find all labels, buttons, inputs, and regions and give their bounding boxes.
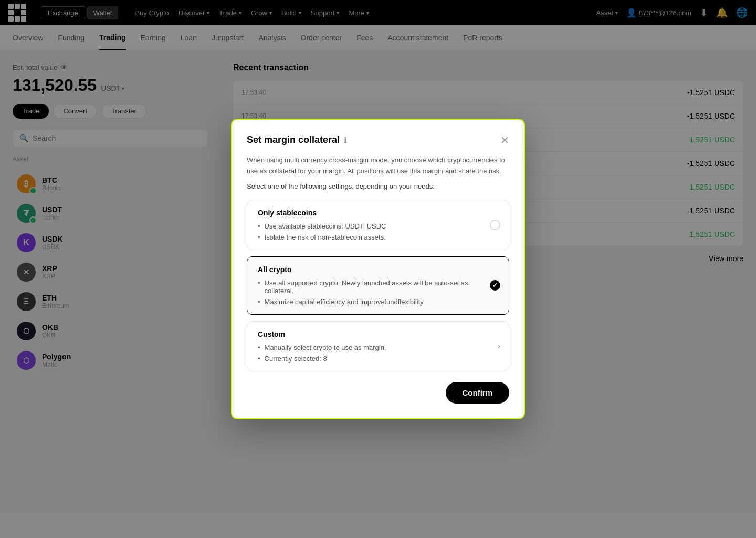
option-allcrypto[interactable]: All crypto •Use all supported crypto. Ne… <box>247 256 509 315</box>
option-custom-title: Custom <box>258 330 498 338</box>
option-custom[interactable]: Custom •Manually select crypto to use as… <box>247 321 509 371</box>
option-allcrypto-bullet-1: •Use all supported crypto. Newly launche… <box>258 279 498 295</box>
option-stablecoins[interactable]: Only stablecoins •Use available stableco… <box>247 200 509 250</box>
confirm-button[interactable]: Confirm <box>446 382 510 404</box>
option-custom-bullet-1: •Manually select crypto to use as margin… <box>258 344 498 351</box>
option-custom-bullet-2: •Currently selected: 8 <box>258 355 498 363</box>
option-allcrypto-title: All crypto <box>258 265 498 274</box>
radio-allcrypto[interactable]: ✓ <box>490 280 500 291</box>
modal-desc-2: Select one of the following settings, de… <box>247 182 509 190</box>
modal-title: Set margin collateral ℹ <box>247 134 346 146</box>
option-stablecoins-title: Only stablecoins <box>258 209 498 217</box>
option-allcrypto-bullet-2: •Maximize capital efficiency and improve… <box>258 298 498 306</box>
modal-header: Set margin collateral ℹ ✕ <box>247 134 509 146</box>
info-icon: ℹ <box>344 136 346 144</box>
chevron-right-icon: › <box>498 342 500 351</box>
option-stablecoins-bullet-1: •Use available stablecoins: USDT, USDC <box>258 222 498 230</box>
modal-desc-1: When using multi currency cross-margin m… <box>247 155 509 177</box>
modal: Set margin collateral ℹ ✕ When using mul… <box>231 119 525 419</box>
close-button[interactable]: ✕ <box>500 135 509 146</box>
option-stablecoins-bullet-2: •Isolate the risk of non-stablecoin asse… <box>258 233 498 241</box>
radio-stablecoins[interactable] <box>490 220 500 230</box>
modal-overlay: Set margin collateral ℹ ✕ When using mul… <box>0 0 756 538</box>
confirm-row: Confirm <box>247 382 509 404</box>
